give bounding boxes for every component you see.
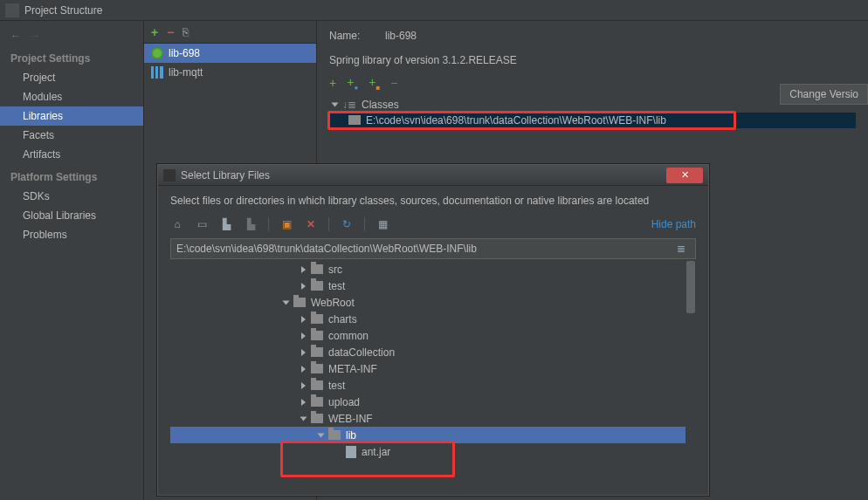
tree-row[interactable]: WebRoot — [170, 294, 696, 311]
sidebar-item-problems[interactable]: Problems — [0, 225, 143, 244]
tree-row[interactable]: test — [170, 377, 696, 394]
expand-icon[interactable] — [301, 399, 306, 406]
path-input[interactable]: E:\code\svn\idea\698\trunk\dataCollectio… — [170, 238, 696, 259]
name-value[interactable]: lib-698 — [385, 30, 417, 42]
library-item-label: lib-698 — [169, 47, 200, 59]
roots-tree[interactable]: ↓≣ Classes E:\code\svn\idea\698\trunk\da… — [329, 97, 856, 128]
expand-icon[interactable] — [332, 102, 339, 106]
tree-row[interactable]: ant.jar — [170, 443, 696, 460]
folder-icon — [311, 397, 323, 407]
detail-toolbar: + +● +■ − — [329, 75, 856, 92]
project-icon[interactable]: ▙ — [219, 218, 233, 230]
library-item[interactable]: lib-698 — [144, 44, 316, 63]
folder-icon — [311, 414, 323, 423]
new-folder-icon[interactable]: ▣ — [279, 218, 293, 230]
expand-icon[interactable] — [301, 283, 306, 290]
sidebar-item-facets[interactable]: Facets — [0, 126, 143, 145]
tree-row[interactable]: charts — [170, 311, 696, 327]
folder-icon — [311, 314, 323, 324]
tree-row[interactable]: src — [170, 261, 696, 277]
tree-row[interactable]: WEB-INF — [170, 410, 696, 427]
history-icon[interactable]: ≣ — [672, 243, 690, 255]
path-input-value: E:\code\svn\idea\698\trunk\dataCollectio… — [176, 243, 477, 255]
refresh-icon[interactable]: ↻ — [340, 218, 354, 230]
tree-row-label: dataCollection — [328, 346, 395, 359]
classes-icon: ↓≣ — [342, 99, 356, 111]
expand-icon[interactable] — [301, 316, 306, 323]
nav-back-icon[interactable]: ← — [10, 30, 21, 42]
add-library-icon[interactable]: + — [151, 25, 158, 39]
close-icon[interactable]: ✕ — [666, 168, 703, 183]
add-root-dir-icon[interactable]: +■ — [369, 75, 380, 92]
tree-row-label: ant.jar — [362, 446, 390, 458]
folder-icon — [293, 298, 306, 307]
folder-icon — [311, 264, 323, 274]
tree-row-label: src — [328, 264, 342, 276]
dialog-titlebar[interactable]: Select Library Files ✕ — [158, 165, 708, 186]
bars-icon — [151, 66, 163, 79]
scrollbar-thumb[interactable] — [686, 261, 695, 313]
classes-path[interactable]: E:\code\svn\idea\698\trunk\dataCollectio… — [366, 114, 666, 127]
tree-row-label: test — [328, 380, 345, 392]
expand-icon[interactable] — [300, 416, 307, 421]
file-tree[interactable]: srctestWebRootchartscommondataCollection… — [170, 261, 696, 479]
folder-icon — [328, 430, 341, 440]
libraries-toolbar: + − ⎘ — [144, 21, 316, 44]
folder-icon — [311, 364, 323, 373]
window-title: Project Structure — [24, 4, 102, 17]
expand-icon[interactable] — [301, 349, 306, 356]
show-hidden-icon[interactable]: ▦ — [375, 218, 389, 230]
dialog-message: Select files or directories in which lib… — [170, 195, 696, 207]
copy-library-icon[interactable]: ⎘ — [183, 26, 189, 38]
add-root-web-icon[interactable]: +● — [347, 75, 358, 92]
dialog-icon — [163, 169, 176, 182]
remove-root-icon[interactable]: − — [390, 76, 397, 90]
tree-row-label: WEB-INF — [328, 413, 373, 425]
expand-icon[interactable] — [301, 366, 306, 373]
library-subtitle: Spring library of version 3.1.2.RELEASE — [329, 54, 856, 66]
sidebar-item-global-libraries[interactable]: Global Libraries — [0, 206, 143, 225]
sidebar-item-project[interactable]: Project — [0, 68, 143, 87]
folder-icon — [311, 281, 323, 291]
expand-icon[interactable] — [301, 266, 306, 273]
folder-icon — [311, 380, 323, 390]
folder-icon — [311, 331, 323, 340]
name-label: Name: — [329, 30, 373, 42]
tree-row-label: WebRoot — [311, 297, 355, 309]
remove-library-icon[interactable]: − — [167, 25, 174, 39]
settings-sidebar: ← → Project SettingsProjectModulesLibrar… — [0, 21, 144, 500]
dialog-title: Select Library Files — [181, 169, 270, 182]
delete-icon[interactable]: ✕ — [304, 218, 318, 230]
nav-buttons: ← → — [0, 26, 143, 45]
tree-row[interactable]: lib — [170, 427, 696, 443]
library-item[interactable]: lib-mqtt — [144, 63, 316, 82]
home-icon[interactable]: ⌂ — [170, 218, 184, 230]
tree-row[interactable]: common — [170, 327, 696, 344]
scrollbar[interactable] — [685, 261, 696, 479]
folder-icon — [348, 115, 361, 125]
expand-icon[interactable] — [301, 382, 306, 389]
desktop-icon[interactable]: ▭ — [195, 218, 209, 230]
module-icon[interactable]: ▙ — [244, 218, 258, 230]
sidebar-item-libraries[interactable]: Libraries — [0, 106, 143, 126]
tree-row[interactable]: META-INF — [170, 360, 696, 377]
tree-row[interactable]: test — [170, 277, 696, 294]
tree-row-label: test — [328, 280, 345, 292]
expand-icon[interactable] — [283, 300, 290, 305]
tree-row[interactable]: dataCollection — [170, 344, 696, 360]
tree-row[interactable]: upload — [170, 394, 696, 410]
sidebar-item-sdks[interactable]: SDKs — [0, 187, 143, 206]
sidebar-item-modules[interactable]: Modules — [0, 87, 143, 106]
spring-icon — [151, 47, 163, 59]
add-root-icon[interactable]: + — [329, 76, 336, 90]
sidebar-section-header: Platform Settings — [0, 164, 143, 187]
hide-path-link[interactable]: Hide path — [651, 218, 696, 230]
sidebar-section-header: Project Settings — [0, 45, 143, 68]
expand-icon[interactable] — [318, 433, 325, 437]
nav-forward-icon[interactable]: → — [30, 30, 40, 42]
sidebar-item-artifacts[interactable]: Artifacts — [0, 145, 143, 164]
expand-icon[interactable] — [301, 332, 306, 339]
tree-row-label: lib — [346, 429, 356, 442]
select-library-files-dialog: Select Library Files ✕ Select files or d… — [157, 164, 709, 496]
change-version-button[interactable]: Change Versio — [780, 84, 868, 105]
